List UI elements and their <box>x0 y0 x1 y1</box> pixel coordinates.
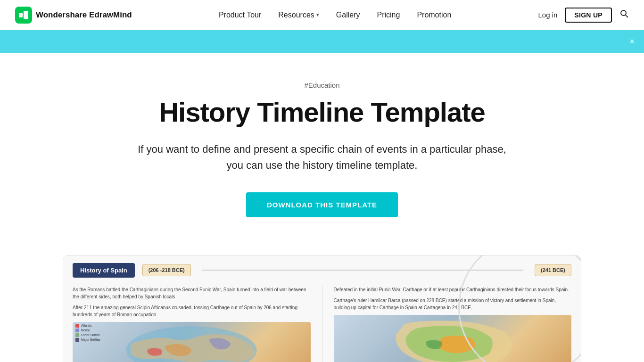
logo[interactable]: Wondershare EdrawMind <box>15 7 132 24</box>
banner-close-button[interactable]: × <box>629 37 635 46</box>
timeline-section-left: As the Romans battled the Carthaginians … <box>73 286 311 362</box>
timeline-date-1: (206 -218 BCE) <box>142 264 191 276</box>
header: Wondershare EdrawMind Product Tour Resou… <box>0 0 644 30</box>
timeline-content: As the Romans battled the Carthaginians … <box>73 286 571 362</box>
nav-promotion[interactable]: Promotion <box>417 11 451 19</box>
timeline-map-right <box>334 315 572 362</box>
hero-title: History Timeline Template <box>100 97 544 128</box>
timeline-header: History of Spain (206 -218 BCE) (241 BCE… <box>73 263 571 278</box>
signup-button[interactable]: SIGN UP <box>565 8 612 23</box>
svg-rect-1 <box>24 11 28 19</box>
timeline-text-1b: After 211 the amazing general Scipio Afr… <box>73 304 311 318</box>
svg-point-2 <box>621 10 626 16</box>
search-button[interactable] <box>619 9 629 21</box>
map-visual-right <box>334 315 572 362</box>
hero-section: #Education History Timeline Template If … <box>63 53 581 236</box>
timeline-line <box>202 270 523 271</box>
legend-atlantis: Atlantis <box>75 324 100 328</box>
timeline-section-right: Defeated in the initial Punic War, Carth… <box>334 286 572 362</box>
timeline-date-2: (241 BCE) <box>535 264 571 276</box>
map-legend: Atlantis Rome Other States <box>75 324 100 342</box>
logo-text: Wondershare EdrawMind <box>36 10 132 20</box>
legend-rome: Rome <box>75 329 100 332</box>
legend-other: Other States <box>75 333 100 337</box>
timeline-text-2b: Carthage's ruler Hamilcar Barca (passed … <box>334 297 572 311</box>
nav-product-tour[interactable]: Product Tour <box>219 11 261 19</box>
preview-area: History of Spain (206 -218 BCE) (241 BCE… <box>44 255 600 362</box>
main-nav: Product Tour Resources ▾ Gallery Pricing… <box>219 11 451 19</box>
login-link[interactable]: Log in <box>538 11 557 19</box>
hero-description: If you want to define and present a spec… <box>129 141 515 173</box>
timeline-title: History of Spain <box>73 263 135 278</box>
nav-gallery[interactable]: Gallery <box>336 11 360 19</box>
promo-banner: × <box>0 30 644 53</box>
chevron-down-icon: ▾ <box>316 12 319 18</box>
map-visual-left: THE MEDITERRANEAN, 218 BC Atlantis Rome <box>73 322 311 362</box>
search-icon <box>619 9 629 18</box>
svg-rect-0 <box>19 13 23 17</box>
download-template-button[interactable]: DOWNLOAD THIS TEMPLATE <box>246 192 398 217</box>
hero-tag: #Education <box>100 81 544 89</box>
timeline-text-1a: As the Romans battled the Carthaginians … <box>73 286 311 300</box>
nav-resources[interactable]: Resources ▾ <box>278 11 319 19</box>
legend-battles: Major Battles <box>75 338 100 342</box>
nav-pricing[interactable]: Pricing <box>377 11 400 19</box>
timeline-preview: History of Spain (206 -218 BCE) (241 BCE… <box>63 255 581 362</box>
preview-card: History of Spain (206 -218 BCE) (241 BCE… <box>63 255 581 362</box>
svg-line-3 <box>626 15 628 17</box>
timeline-text-2a: Defeated in the initial Punic War, Carth… <box>334 286 572 293</box>
timeline-map-left: THE MEDITERRANEAN, 218 BC Atlantis Rome <box>73 322 311 362</box>
header-actions: Log in SIGN UP <box>538 8 629 23</box>
logo-icon <box>15 7 32 24</box>
timeline-divider <box>322 286 322 362</box>
